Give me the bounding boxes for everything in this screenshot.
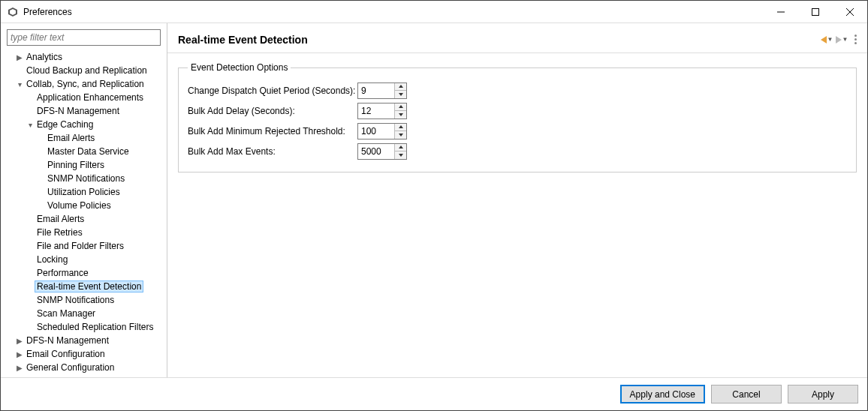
spin-down-button[interactable] xyxy=(395,90,406,98)
tree-item-ec-pinning[interactable]: ▶Pinning Filters xyxy=(4,158,167,172)
tree-item-ec-master-data[interactable]: ▶Master Data Service xyxy=(4,145,167,158)
event-detection-options-group: Event Detection Options Change Dispatch … xyxy=(178,62,857,172)
tree-item-email-alerts[interactable]: ▶Email Alerts xyxy=(4,212,167,226)
chevron-right-icon[interactable]: ▶ xyxy=(14,350,25,358)
page-title: Real-time Event Detection xyxy=(178,34,820,46)
chevron-down-icon[interactable]: ▾ xyxy=(14,80,25,88)
page-menu-button[interactable] xyxy=(854,34,857,44)
window-title: Preferences xyxy=(23,7,72,17)
arrow-up-icon xyxy=(399,105,403,108)
chevron-right-icon[interactable]: ▶ xyxy=(14,53,25,62)
tree-item-locking[interactable]: ▶Locking xyxy=(4,253,167,266)
tree-item-edge-caching[interactable]: ▾Edge Caching xyxy=(4,118,167,131)
group-legend: Event Detection Options xyxy=(188,62,291,73)
spin-up-button[interactable] xyxy=(395,83,406,91)
tree-item-real-time-event-detection[interactable]: ▶Real-time Event Detection xyxy=(4,280,167,293)
quiet-period-label: Change Dispatch Quiet Period (Seconds): xyxy=(188,86,357,96)
arrow-down-icon xyxy=(399,134,403,136)
tree-item-general-configuration[interactable]: ▶General Configuration xyxy=(4,361,167,374)
tree-item-ec-email-alerts[interactable]: ▶Email Alerts xyxy=(4,131,167,145)
filter-input[interactable] xyxy=(7,29,161,46)
spin-down-button[interactable] xyxy=(395,151,406,159)
bulk-min-rejected-label: Bulk Add Minimum Rejected Threshold: xyxy=(188,126,357,136)
bulk-delay-label: Bulk Add Delay (Seconds): xyxy=(188,106,357,116)
arrow-right-icon xyxy=(836,36,842,44)
tree-item-ec-utilization[interactable]: ▶Utilization Policies xyxy=(4,185,167,199)
nav-back-button[interactable]: ▼ xyxy=(820,33,833,46)
apply-and-close-button[interactable]: Apply and Close xyxy=(620,385,705,404)
arrow-up-icon xyxy=(399,85,403,88)
bulk-min-rejected-spinner[interactable] xyxy=(357,123,407,140)
tree-item-file-retries[interactable]: ▶File Retries xyxy=(4,226,167,239)
tree-item-app-enhancements[interactable]: ▶Application Enhancements xyxy=(4,91,167,104)
arrow-left-icon xyxy=(821,36,827,44)
bulk-min-rejected-input[interactable] xyxy=(358,124,394,139)
quiet-period-spinner[interactable] xyxy=(357,82,407,99)
spin-down-button[interactable] xyxy=(395,130,406,139)
tree-item-ec-volume[interactable]: ▶Volume Policies xyxy=(4,199,167,212)
bulk-delay-input[interactable] xyxy=(358,104,394,118)
cancel-button[interactable]: Cancel xyxy=(711,385,782,404)
close-button[interactable] xyxy=(833,1,867,23)
svg-rect-3 xyxy=(812,8,819,15)
spin-up-button[interactable] xyxy=(395,144,406,152)
chevron-down-icon[interactable]: ▾ xyxy=(25,121,35,129)
tree-item-file-folder-filters[interactable]: ▶File and Folder Filters xyxy=(4,239,167,253)
tree-item-dfsn-management-root[interactable]: ▶DFS-N Management xyxy=(4,334,167,347)
tree-item-dfsn-management[interactable]: ▶DFS-N Management xyxy=(4,104,167,118)
preferences-tree[interactable]: ▶Analytics ▶Cloud Backup and Replication… xyxy=(1,50,167,377)
bulk-max-events-label: Bulk Add Max Events: xyxy=(188,146,357,157)
tree-item-analytics[interactable]: ▶Analytics xyxy=(4,50,167,64)
chevron-right-icon[interactable]: ▶ xyxy=(14,364,25,372)
quiet-period-input[interactable] xyxy=(358,83,394,98)
bulk-delay-spinner[interactable] xyxy=(357,103,407,119)
minimize-button[interactable] xyxy=(764,1,798,23)
tree-item-snmp-notifications[interactable]: ▶SNMP Notifications xyxy=(4,293,167,307)
spin-down-button[interactable] xyxy=(395,110,406,118)
arrow-up-icon xyxy=(399,146,403,148)
chevron-right-icon[interactable]: ▶ xyxy=(14,337,25,345)
spin-up-button[interactable] xyxy=(395,124,406,131)
maximize-button[interactable] xyxy=(798,1,833,23)
dialog-footer: Apply and Close Cancel Apply xyxy=(1,377,867,410)
apply-button[interactable]: Apply xyxy=(788,385,858,404)
tree-item-email-configuration[interactable]: ▶Email Configuration xyxy=(4,347,167,361)
sidebar: ▶Analytics ▶Cloud Backup and Replication… xyxy=(1,23,167,377)
bulk-max-events-spinner[interactable] xyxy=(357,143,407,160)
app-icon xyxy=(7,6,19,18)
preferences-window: Preferences ▶Analytics ▶Cloud Backup and… xyxy=(0,0,868,411)
titlebar: Preferences xyxy=(1,1,867,23)
main-panel: Real-time Event Detection ▼ ▼ Event Dete… xyxy=(167,23,867,377)
tree-item-cloud-backup[interactable]: ▶Cloud Backup and Replication xyxy=(4,64,167,77)
arrow-up-icon xyxy=(399,125,403,128)
tree-item-scheduled-replication-filters[interactable]: ▶Scheduled Replication Filters xyxy=(4,320,167,334)
tree-item-collab[interactable]: ▾Collab, Sync, and Replication xyxy=(4,77,167,91)
arrow-down-icon xyxy=(399,154,403,157)
arrow-down-icon xyxy=(399,113,403,116)
bulk-max-events-input[interactable] xyxy=(358,144,394,159)
arrow-down-icon xyxy=(399,93,403,96)
tree-item-scan-manager[interactable]: ▶Scan Manager xyxy=(4,307,167,320)
tree-item-performance[interactable]: ▶Performance xyxy=(4,266,167,280)
nav-forward-button[interactable]: ▼ xyxy=(835,33,848,46)
tree-item-ec-snmp[interactable]: ▶SNMP Notifications xyxy=(4,172,167,185)
spin-up-button[interactable] xyxy=(395,104,406,111)
